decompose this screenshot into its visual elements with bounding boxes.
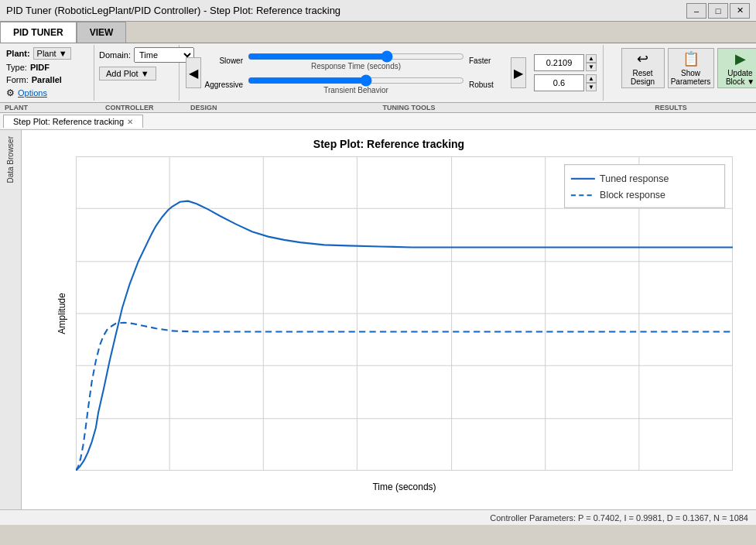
reset-icon: ↩ [637, 50, 648, 67]
reset-label: ResetDesign [631, 69, 655, 86]
update-icon: ▶ [735, 50, 746, 67]
window-title: PID Tuner (RoboticLegPlant/PID Controlle… [6, 5, 340, 16]
options-label[interactable]: Options [18, 88, 47, 98]
type-label: Type: [6, 63, 27, 72]
controller-section: Domain: Time Frequency Add Plot ▼ [94, 45, 180, 101]
show-parameters-button[interactable]: 📋 ShowParameters [668, 48, 714, 88]
response-time-up[interactable]: ▲ [586, 54, 597, 63]
left-sidebar: Data Browser [0, 130, 22, 509]
controller-params-text: Controller Parameters: P = 0.7402, I = 0… [490, 513, 748, 523]
results-section: ↩ ResetDesign 📋 ShowParameters ▶ UpdateB… [603, 45, 756, 101]
robust-label: Robust [469, 81, 508, 89]
plot-area: Step Plot: Reference tracking Amplitude … [22, 130, 756, 509]
transient-up[interactable]: ▲ [586, 74, 597, 83]
aggressive-label: Aggressive [204, 81, 243, 89]
plant-section: Plant: Plant ▼ Type: PIDF Form: Parallel… [2, 45, 94, 101]
step-plot-tab[interactable]: Step Plot: Reference tracking ✕ [3, 115, 143, 128]
response-time-label: Response Time (seconds) [248, 62, 464, 70]
main-tab-bar: PID TUNER VIEW [0, 22, 756, 43]
reset-design-button[interactable]: ↩ ResetDesign [621, 48, 665, 88]
transient-down[interactable]: ▼ [586, 83, 597, 91]
y-axis-label: Amplitude [56, 293, 67, 334]
tuning-section-label: TUNING TOOLS [232, 103, 586, 112]
update-block-button[interactable]: ▶ UpdateBlock ▼ [717, 48, 757, 88]
close-tab-icon[interactable]: ✕ [127, 118, 133, 126]
update-label: UpdateBlock ▼ [726, 69, 754, 86]
plot-title: Step Plot: Reference tracking [29, 138, 748, 150]
tab-view[interactable]: VIEW [77, 22, 127, 43]
tab-pid-tuner[interactable]: PID TUNER [0, 22, 77, 43]
response-time-down[interactable]: ▼ [586, 63, 597, 71]
status-bar: Controller Parameters: P = 0.7402, I = 0… [0, 509, 756, 525]
svg-rect-31 [565, 165, 725, 208]
maximize-button[interactable]: □ [708, 3, 728, 19]
response-time-slider[interactable] [248, 51, 464, 62]
faster-label: Faster [469, 57, 508, 65]
left-arrow-button[interactable]: ◀ [186, 57, 201, 88]
main-content: Data Browser Step Plot: Reference tracki… [0, 130, 756, 509]
domain-label: Domain: [99, 50, 131, 60]
data-browser-label[interactable]: Data Browser [5, 130, 16, 190]
plant-label: Plant: [6, 49, 30, 58]
type-value: PIDF [30, 63, 50, 72]
params-icon: 📋 [682, 50, 700, 67]
response-time-value[interactable] [534, 54, 584, 71]
transient-value[interactable] [534, 74, 584, 91]
step-plot-tab-label: Step Plot: Reference tracking [13, 117, 124, 126]
form-label: Form: [6, 75, 29, 84]
right-arrow-button[interactable]: ▶ [511, 57, 526, 88]
gear-icon: ⚙ [6, 87, 15, 98]
close-button[interactable]: ✕ [730, 3, 750, 19]
x-axis-label: Time (seconds) [372, 482, 436, 492]
transient-label: Transient Behavior [248, 86, 464, 94]
add-plot-button[interactable]: Add Plot ▼ [99, 67, 156, 81]
plant-dropdown[interactable]: Plant ▼ [33, 47, 71, 60]
chart-container: Amplitude Time (seconds) [76, 156, 733, 471]
form-value: Parallel [32, 75, 62, 84]
svg-text:Block response: Block response [600, 190, 665, 201]
section-labels-bar: PLANT CONTROLLER DESIGN TUNING TOOLS RES… [0, 103, 756, 113]
design-section-label: DESIGN [186, 103, 232, 112]
svg-text:Tuned response: Tuned response [600, 173, 669, 184]
window-controls: – □ ✕ [686, 3, 750, 19]
results-section-label: RESULTS [586, 103, 756, 112]
chart-svg: 1.2 1 0.8 0.6 0.4 0.2 0 0 0.5 1 1.5 2 2.… [76, 156, 733, 471]
slower-label: Slower [204, 57, 243, 65]
tuning-tools-section: ◀ Slower Response Time (seconds) Faster … [180, 45, 603, 101]
plant-section-label: PLANT [0, 103, 101, 112]
response-time-row: Slower Response Time (seconds) Faster [204, 51, 508, 70]
controller-section-label: CONTROLLER [101, 103, 186, 112]
minimize-button[interactable]: – [686, 3, 706, 19]
show-params-label: ShowParameters [671, 69, 711, 86]
transient-row: Aggressive Transient Behavior Robust [204, 75, 508, 94]
title-bar: PID Tuner (RoboticLegPlant/PID Controlle… [0, 0, 756, 22]
toolbar: Plant: Plant ▼ Type: PIDF Form: Parallel… [0, 43, 756, 103]
transient-slider[interactable] [248, 75, 464, 86]
content-tab-bar: Step Plot: Reference tracking ✕ [0, 113, 756, 130]
